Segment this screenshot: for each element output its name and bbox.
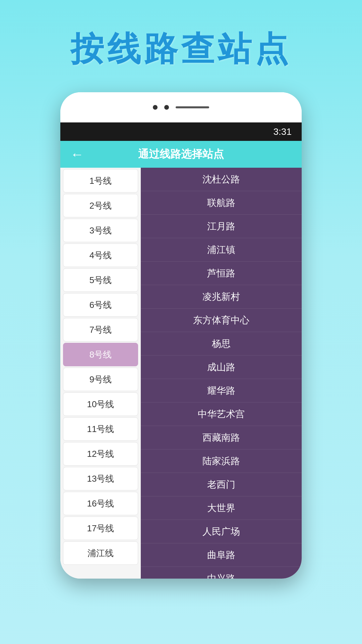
status-time: 3:31 xyxy=(274,126,292,137)
right-panel: 沈杜公路联航路江月路浦江镇芦恒路凌兆新村东方体育中心杨思成山路耀华路中华艺术宫西… xyxy=(141,168,302,579)
line-item-line6[interactable]: 6号线 xyxy=(63,293,138,317)
station-item[interactable]: 中华艺术宫 xyxy=(141,402,302,426)
line-item-line11[interactable]: 11号线 xyxy=(63,417,138,441)
line-item-line5[interactable]: 5号线 xyxy=(63,268,138,292)
line-item-line17[interactable]: 17号线 xyxy=(63,517,138,540)
station-item[interactable]: 大世界 xyxy=(141,496,302,520)
phone-top-bar xyxy=(60,92,302,122)
phone-dot-right xyxy=(164,105,169,110)
station-item[interactable]: 江月路 xyxy=(141,215,302,238)
station-item[interactable]: 浦江镇 xyxy=(141,238,302,262)
line-item-line9[interactable]: 9号线 xyxy=(63,368,138,391)
phone-container: 3:31 ← 通过线路选择站点 1号线2号线3号线4号线5号线6号线7号线8号线… xyxy=(60,92,302,579)
station-item[interactable]: 曲阜路 xyxy=(141,543,302,567)
station-item[interactable]: 中兴路 xyxy=(141,567,302,579)
line-item-line13[interactable]: 13号线 xyxy=(63,467,138,490)
station-item[interactable]: 沈杜公路 xyxy=(141,168,302,191)
line-item-line8[interactable]: 8号线 xyxy=(63,343,138,366)
station-item[interactable]: 东方体育中心 xyxy=(141,309,302,332)
header-title: 通过线路选择站点 xyxy=(90,147,272,162)
line-item-line16[interactable]: 16号线 xyxy=(63,492,138,515)
station-item[interactable]: 凌兆新村 xyxy=(141,285,302,309)
station-item[interactable]: 人民广场 xyxy=(141,520,302,543)
station-item[interactable]: 成山路 xyxy=(141,356,302,379)
phone-dot-left xyxy=(153,105,158,110)
line-item-line7[interactable]: 7号线 xyxy=(63,318,138,341)
line-item-pujiangxian[interactable]: 浦江线 xyxy=(63,541,138,565)
content-area: 1号线2号线3号线4号线5号线6号线7号线8号线9号线10号线11号线12号线1… xyxy=(60,168,302,579)
station-item[interactable]: 耀华路 xyxy=(141,379,302,402)
line-item-line2[interactable]: 2号线 xyxy=(63,194,138,217)
phone-speaker xyxy=(176,106,209,108)
line-item-line1[interactable]: 1号线 xyxy=(63,169,138,193)
left-panel: 1号线2号线3号线4号线5号线6号线7号线8号线9号线10号线11号线12号线1… xyxy=(60,168,141,579)
status-bar: 3:31 xyxy=(60,122,302,141)
station-item[interactable]: 西藏南路 xyxy=(141,426,302,449)
app-header: ← 通过线路选择站点 xyxy=(60,141,302,168)
line-item-line10[interactable]: 10号线 xyxy=(63,392,138,416)
back-button[interactable]: ← xyxy=(70,147,84,162)
page-title: 按线路查站点 xyxy=(70,27,292,72)
line-item-line12[interactable]: 12号线 xyxy=(63,442,138,466)
line-item-line4[interactable]: 4号线 xyxy=(63,244,138,267)
line-item-line3[interactable]: 3号线 xyxy=(63,219,138,242)
station-item[interactable]: 陆家浜路 xyxy=(141,449,302,473)
station-item[interactable]: 联航路 xyxy=(141,191,302,215)
station-item[interactable]: 芦恒路 xyxy=(141,262,302,285)
station-item[interactable]: 杨思 xyxy=(141,332,302,356)
station-item[interactable]: 老西门 xyxy=(141,473,302,496)
